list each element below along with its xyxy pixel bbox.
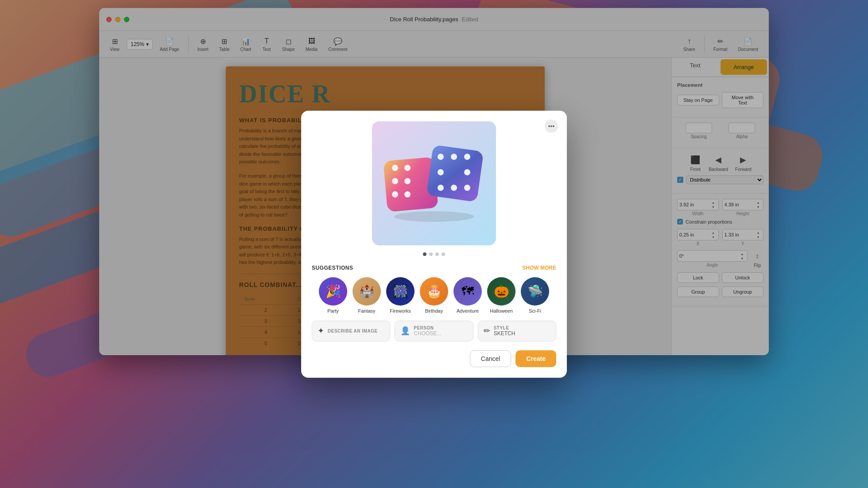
svg-point-6 bbox=[392, 191, 398, 198]
suggestion-fantasy[interactable]: 🏰 Fantasy bbox=[353, 277, 381, 314]
party-label: Party bbox=[327, 308, 339, 314]
fantasy-label: Fantasy bbox=[358, 308, 375, 314]
create-button[interactable]: Create bbox=[515, 350, 556, 367]
svg-rect-1 bbox=[426, 144, 484, 202]
modal-overlay: ••• bbox=[0, 0, 868, 488]
style-label: STYLE bbox=[494, 325, 515, 330]
suggestion-items: 🎉 Party 🏰 Fantasy 🎆 Fireworks 🎂 Birthday… bbox=[312, 277, 556, 314]
halloween-icon: 🎃 bbox=[487, 277, 515, 306]
page-dot-4[interactable] bbox=[442, 252, 445, 256]
birthday-icon: 🎂 bbox=[420, 277, 448, 306]
page-dot-3[interactable] bbox=[435, 252, 439, 256]
show-more-button[interactable]: SHOW MORE bbox=[522, 265, 556, 271]
more-options-icon: ••• bbox=[548, 123, 555, 130]
person-icon: 👤 bbox=[400, 326, 410, 336]
adventure-label: Adventure bbox=[457, 308, 479, 314]
suggestion-birthday[interactable]: 🎂 Birthday bbox=[420, 277, 448, 314]
svg-point-12 bbox=[464, 169, 470, 175]
scifi-label: Sci-Fi bbox=[529, 308, 541, 314]
style-value: SKETCH bbox=[494, 330, 515, 337]
more-options-button[interactable]: ••• bbox=[545, 120, 558, 133]
suggestion-fireworks[interactable]: 🎆 Fireworks bbox=[386, 277, 415, 314]
page-dot-2[interactable] bbox=[429, 252, 433, 256]
svg-point-2 bbox=[392, 165, 398, 171]
image-preview bbox=[372, 121, 496, 245]
modal-footer: Cancel Create bbox=[312, 350, 556, 367]
party-icon: 🎉 bbox=[319, 277, 347, 306]
style-text: STYLE SKETCH bbox=[494, 325, 515, 337]
svg-point-16 bbox=[394, 211, 474, 222]
suggestion-party[interactable]: 🎉 Party bbox=[319, 277, 347, 314]
suggestion-halloween[interactable]: 🎃 Halloween bbox=[487, 277, 515, 314]
pagination-dots bbox=[312, 252, 556, 256]
svg-point-3 bbox=[404, 165, 411, 171]
fireworks-label: Fireworks bbox=[390, 308, 411, 314]
describe-icon: ✦ bbox=[318, 326, 324, 336]
cancel-button[interactable]: Cancel bbox=[470, 350, 512, 367]
person-value: CHOOSE... bbox=[414, 330, 441, 337]
person-field[interactable]: 👤 PERSON CHOOSE... bbox=[395, 321, 473, 341]
person-text: PERSON CHOOSE... bbox=[414, 325, 441, 337]
generation-inputs: ✦ DESCRIBE AN IMAGE 👤 PERSON CHOOSE... ✏… bbox=[312, 321, 556, 341]
svg-point-8 bbox=[438, 154, 444, 160]
svg-point-7 bbox=[404, 191, 411, 198]
style-field[interactable]: ✏ STYLE SKETCH bbox=[478, 321, 556, 341]
describe-label: DESCRIBE AN IMAGE bbox=[328, 329, 378, 333]
style-icon: ✏ bbox=[484, 326, 490, 336]
svg-point-5 bbox=[404, 178, 411, 184]
page-dot-1[interactable] bbox=[423, 252, 426, 256]
svg-point-13 bbox=[438, 185, 444, 191]
describe-field[interactable]: ✦ DESCRIBE AN IMAGE bbox=[312, 321, 390, 341]
adventure-icon: 🗺 bbox=[453, 277, 482, 306]
suggestions-header: SUGGESTIONS SHOW MORE bbox=[312, 265, 556, 271]
svg-point-4 bbox=[392, 178, 398, 184]
birthday-label: Birthday bbox=[425, 308, 443, 314]
suggestion-adventure[interactable]: 🗺 Adventure bbox=[453, 277, 482, 314]
dice-image bbox=[381, 139, 487, 228]
svg-point-9 bbox=[451, 154, 457, 160]
scifi-icon: 🛸 bbox=[521, 277, 549, 306]
svg-point-14 bbox=[451, 185, 457, 191]
image-generation-modal: ••• bbox=[301, 111, 567, 378]
suggestions-title: SUGGESTIONS bbox=[312, 265, 353, 271]
fireworks-icon: 🎆 bbox=[386, 277, 415, 306]
fantasy-icon: 🏰 bbox=[353, 277, 381, 306]
suggestion-scifi[interactable]: 🛸 Sci-Fi bbox=[521, 277, 549, 314]
svg-point-15 bbox=[464, 185, 470, 191]
svg-point-10 bbox=[464, 154, 470, 160]
halloween-label: Halloween bbox=[490, 308, 512, 314]
svg-point-11 bbox=[438, 169, 444, 175]
person-label: PERSON bbox=[414, 325, 441, 330]
describe-text: DESCRIBE AN IMAGE bbox=[328, 329, 378, 333]
